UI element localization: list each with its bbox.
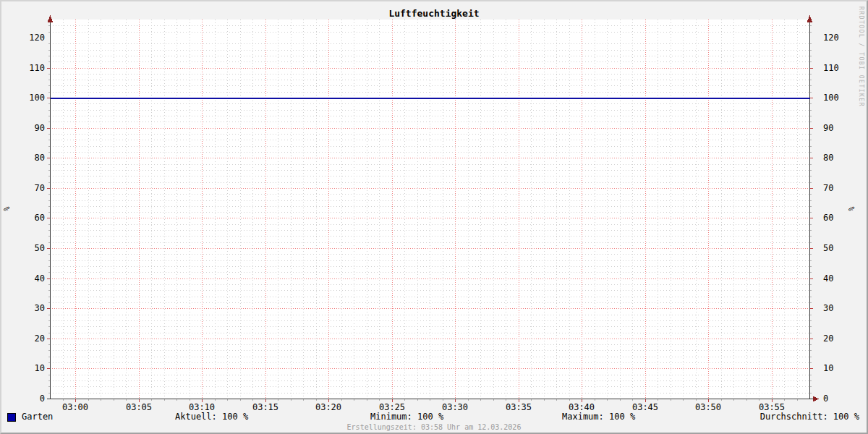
svg-text:60: 60 bbox=[35, 213, 45, 223]
svg-text:10: 10 bbox=[35, 363, 45, 373]
chart-plot-area: 0010102020303040405050606070708080909010… bbox=[1, 1, 868, 434]
creation-timestamp: Erstellungszeit: 03:58 Uhr am 12.03.2026 bbox=[1, 423, 867, 431]
svg-text:90: 90 bbox=[823, 123, 833, 133]
svg-text:110: 110 bbox=[29, 63, 45, 73]
svg-text:10: 10 bbox=[823, 363, 833, 373]
svg-text:03:05: 03:05 bbox=[126, 402, 152, 412]
svg-text:03:00: 03:00 bbox=[62, 402, 88, 412]
svg-text:20: 20 bbox=[35, 333, 45, 344]
svg-text:70: 70 bbox=[35, 183, 45, 193]
rrd-graph-image: Luftfeuchtigkeit RRDTOOL / TOBI OETIKER … bbox=[0, 0, 868, 434]
svg-text:03:25: 03:25 bbox=[379, 402, 405, 412]
svg-text:03:35: 03:35 bbox=[506, 402, 532, 412]
stat-maximum: Maximum: 100 % bbox=[562, 412, 635, 422]
svg-text:100: 100 bbox=[29, 93, 45, 103]
svg-text:120: 120 bbox=[29, 33, 45, 43]
svg-text:03:45: 03:45 bbox=[632, 402, 658, 412]
svg-text:20: 20 bbox=[823, 333, 833, 344]
stat-minimum: Minimum: 100 % bbox=[370, 412, 443, 422]
svg-text:60: 60 bbox=[823, 213, 833, 223]
svg-text:30: 30 bbox=[823, 303, 833, 313]
stat-durchschnitt: Durchschnitt: 100 % bbox=[760, 412, 859, 422]
svg-text:40: 40 bbox=[35, 273, 45, 284]
legend-series-label: Garten bbox=[22, 412, 53, 422]
stat-aktuell: Aktuell: 100 % bbox=[175, 412, 248, 422]
svg-text:03:30: 03:30 bbox=[442, 402, 468, 412]
svg-text:80: 80 bbox=[823, 153, 833, 163]
svg-text:80: 80 bbox=[35, 153, 45, 163]
svg-text:0: 0 bbox=[40, 393, 45, 404]
svg-text:03:10: 03:10 bbox=[189, 402, 215, 412]
svg-text:50: 50 bbox=[35, 243, 45, 253]
svg-text:50: 50 bbox=[823, 243, 833, 253]
legend-color-swatch bbox=[7, 413, 16, 422]
svg-text:03:20: 03:20 bbox=[315, 402, 341, 412]
svg-text:40: 40 bbox=[823, 273, 833, 284]
svg-text:110: 110 bbox=[823, 63, 839, 73]
svg-text:03:55: 03:55 bbox=[759, 402, 785, 412]
svg-text:100: 100 bbox=[823, 93, 839, 103]
svg-text:03:50: 03:50 bbox=[695, 402, 721, 412]
svg-text:03:40: 03:40 bbox=[569, 402, 595, 412]
svg-text:90: 90 bbox=[35, 123, 45, 133]
svg-text:30: 30 bbox=[35, 303, 45, 313]
legend: Garten Aktuell: 100 % Minimum: 100 % Max… bbox=[1, 412, 867, 422]
svg-text:120: 120 bbox=[823, 33, 839, 43]
svg-text:70: 70 bbox=[823, 183, 833, 193]
svg-text:0: 0 bbox=[823, 393, 828, 404]
svg-text:03:15: 03:15 bbox=[252, 402, 278, 412]
